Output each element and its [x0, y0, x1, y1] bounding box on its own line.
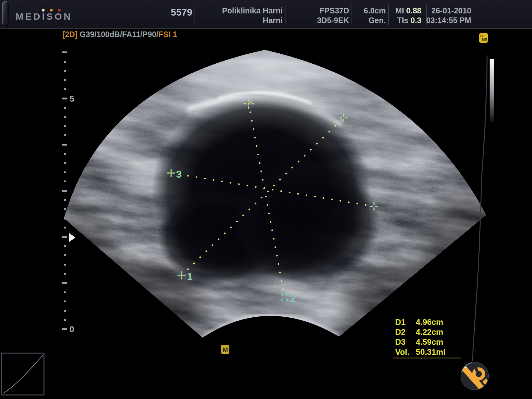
ultrasound-screen: MEDISON 5579 Poliklinika Harni Harni FPS… [0, 0, 532, 399]
measurement-label: D2 [395, 327, 416, 337]
measurement-value: 4.96cm [416, 317, 443, 327]
measurement-row: D2 4.22cm [395, 327, 458, 337]
caliper-label-2: 2 [290, 293, 296, 304]
measurement-value: 4.22cm [416, 327, 443, 337]
ruler-label-5: 5 [69, 94, 74, 103]
measurement-label: Vol. [395, 347, 416, 357]
clinic-logo-icon [460, 357, 495, 393]
probe-notch [219, 324, 319, 399]
orientation-marker: M [221, 345, 229, 354]
caliper-label-1: 1 [187, 271, 193, 282]
measurement-results-box: D1 4.96cm D2 4.22cm D3 4.59cm Vol. 50.31… [393, 316, 461, 358]
depth-ruler: 5 0 [62, 51, 74, 334]
orientation-marker-letter: M [223, 346, 228, 353]
measurement-value: 50.31ml [416, 347, 445, 357]
measurement-label: D1 [395, 317, 416, 327]
measurement-row: D3 4.59cm [395, 337, 458, 347]
ruler-label-0: 0 [69, 325, 74, 334]
measurement-value: 4.59cm [416, 337, 443, 347]
grayscale-bar [490, 59, 494, 122]
caliper-label-3: 3 [176, 169, 182, 180]
focus-marker-icon[interactable] [69, 233, 75, 242]
measurement-row: D1 4.96cm [395, 317, 458, 327]
measurement-row: Vol. 50.31ml [395, 347, 458, 357]
measurement-label: D3 [395, 337, 416, 347]
gamma-curve-box [2, 353, 44, 395]
